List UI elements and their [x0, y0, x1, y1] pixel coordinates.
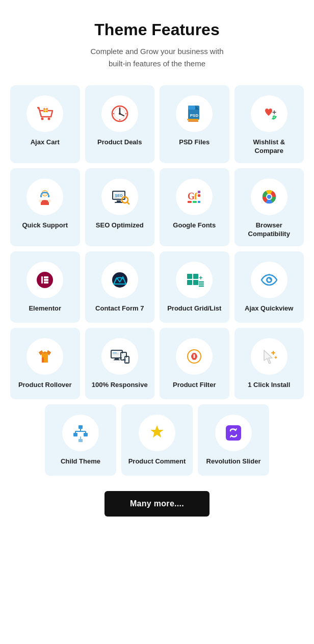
feature-child-theme: Child Theme: [45, 404, 116, 476]
svg-rect-48: [41, 276, 43, 284]
ajax-cart-label: Ajax Cart: [31, 138, 60, 147]
svg-rect-54: [187, 274, 192, 279]
feature-product-filter: Product Filter: [160, 328, 229, 399]
feature-one-click-install: 1 Click Install: [234, 328, 304, 399]
features-row-2: Quick Support SEO: [10, 168, 304, 246]
seo-optimized-icon: SEO: [101, 178, 138, 215]
svg-rect-100: [226, 425, 241, 441]
svg-rect-40: [198, 201, 200, 203]
seo-optimized-label: SEO Optimized: [96, 221, 144, 230]
ajax-quickview-label: Ajax Quickview: [245, 304, 293, 313]
product-filter-icon: [176, 338, 213, 375]
quick-support-icon: [27, 178, 63, 215]
features-row-5: Child Theme Product Comment: [10, 404, 304, 476]
responsive-icon: [101, 338, 138, 375]
svg-line-66: [266, 275, 266, 276]
svg-rect-91: [73, 433, 77, 436]
svg-point-2: [48, 118, 50, 120]
svg-text:f: f: [194, 191, 198, 201]
product-comment-label: Product Comment: [128, 457, 186, 466]
svg-rect-42: [198, 194, 200, 197]
browser-compatibility-label: Browser Compatibility: [240, 221, 299, 239]
feature-elementor: Elementor: [10, 251, 80, 323]
svg-rect-16: [188, 106, 195, 110]
more-button[interactable]: Many more....: [104, 491, 210, 517]
feature-seo-optimized: SEO SEO Optimized: [85, 168, 155, 246]
svg-rect-90: [78, 425, 83, 429]
features-row-3: Elementor Contact Form 7: [10, 251, 304, 323]
revolution-slider-icon: [215, 415, 252, 451]
elementor-label: Elementor: [29, 304, 61, 313]
section-title: Theme Features: [10, 20, 304, 39]
svg-rect-18: [187, 119, 198, 120]
svg-marker-99: [150, 425, 164, 437]
section-subtitle: Complete and Grow your business withbuil…: [10, 45, 304, 70]
feature-ajax-cart: Ajax Cart: [10, 85, 80, 163]
svg-point-77: [126, 362, 127, 363]
svg-point-64: [269, 278, 271, 279]
feature-contact-form-7: Contact Form 7: [85, 251, 155, 323]
google-fonts-label: Google Fonts: [173, 221, 216, 230]
svg-text:+: +: [272, 108, 276, 116]
svg-rect-19: [188, 120, 198, 122]
product-comment-icon: [139, 415, 175, 451]
svg-text:+: +: [199, 274, 203, 281]
svg-text:G: G: [188, 191, 195, 201]
elementor-icon: [27, 262, 63, 298]
one-click-install-label: 1 Click Install: [248, 381, 290, 390]
svg-rect-71: [114, 359, 120, 360]
svg-point-25: [39, 199, 42, 202]
feature-product-grid-list: + Product Grid/List: [160, 251, 229, 323]
psd-files-label: PSD Files: [179, 138, 210, 147]
svg-rect-76: [125, 357, 128, 362]
quick-support-label: Quick Support: [22, 221, 68, 230]
feature-product-comment: Product Comment: [121, 404, 193, 476]
svg-line-67: [272, 275, 273, 276]
svg-rect-84: [194, 354, 195, 358]
product-rollover-label: Product Rollover: [18, 381, 72, 390]
svg-point-26: [48, 199, 51, 202]
svg-point-53: [113, 273, 127, 287]
svg-point-46: [267, 195, 271, 199]
child-theme-label: Child Theme: [61, 457, 100, 466]
svg-rect-55: [193, 274, 198, 279]
revolution-slider-label: Revolution Slider: [206, 457, 261, 466]
feature-product-deals: Product Deals: [85, 85, 155, 163]
svg-point-74: [123, 358, 124, 359]
wishlist-compare-icon: +: [251, 95, 287, 132]
svg-rect-38: [188, 201, 192, 203]
ajax-quickview-icon: [251, 262, 287, 298]
svg-rect-97: [78, 439, 83, 442]
svg-point-1: [41, 118, 44, 120]
contact-form-7-icon: [101, 262, 138, 298]
features-row-1: Ajax Cart Product Deals: [10, 85, 304, 163]
product-grid-list-label: Product Grid/List: [167, 304, 221, 313]
svg-rect-30: [115, 202, 123, 203]
svg-point-85: [194, 358, 195, 359]
svg-point-10: [119, 113, 121, 115]
svg-rect-50: [44, 279, 48, 281]
feature-ajax-quickview: Ajax Quickview: [234, 251, 304, 323]
feature-quick-support: Quick Support: [10, 168, 80, 246]
product-filter-label: Product Filter: [173, 381, 216, 390]
child-theme-icon: [62, 415, 99, 451]
psd-files-icon: PSD: [176, 95, 213, 132]
svg-rect-70: [115, 358, 119, 359]
product-grid-list-icon: +: [176, 262, 213, 298]
feature-browser-compatibility: Browser Compatibility: [234, 168, 304, 246]
product-deals-label: Product Deals: [97, 138, 142, 147]
svg-rect-56: [187, 280, 192, 285]
feature-google-fonts: G f Google Fonts: [160, 168, 229, 246]
svg-rect-92: [84, 433, 88, 436]
google-fonts-icon: G f: [176, 178, 213, 215]
page-wrapper: Theme Features Complete and Grow your bu…: [0, 0, 314, 537]
svg-rect-57: [193, 280, 198, 285]
features-row-4: Product Rollover: [10, 328, 304, 399]
wishlist-compare-label: Wishlist & Compare: [240, 138, 299, 156]
svg-rect-29: [117, 200, 121, 202]
feature-revolution-slider: Revolution Slider: [198, 404, 269, 476]
one-click-install-icon: [251, 338, 287, 375]
product-rollover-icon: [27, 338, 63, 375]
product-deals-icon: [101, 95, 138, 132]
svg-rect-24: [48, 195, 49, 197]
